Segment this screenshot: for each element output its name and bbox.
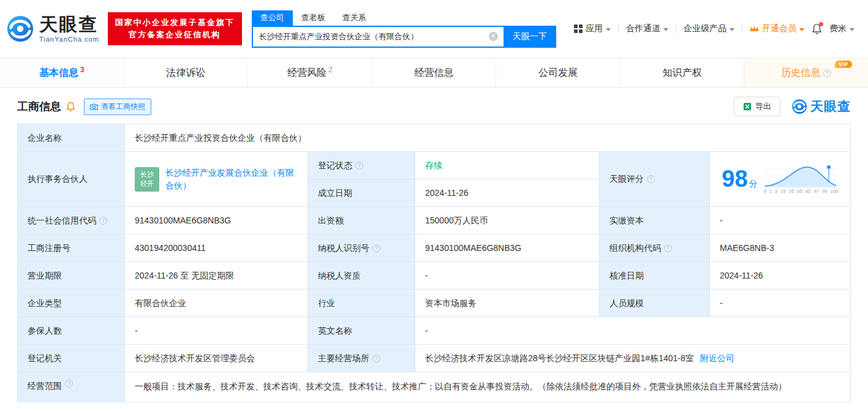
insured-count-value: -	[125, 317, 308, 345]
gov-badge-line2: 官方备案企业征信机构	[115, 29, 235, 41]
registration-number-label: 工商注册号	[18, 234, 125, 262]
grid-icon	[574, 24, 583, 33]
executive-partner-value: 长沙 经开 长沙经开产业发展合伙企业（有限合伙）	[125, 152, 308, 207]
user-account[interactable]: 费米	[829, 23, 855, 34]
menu-enterprise-label: 企业级产品	[684, 23, 726, 34]
tab-risk-label: 经营风险	[287, 67, 326, 80]
brand-domain: TianYanCha.com	[39, 36, 99, 43]
menu-vip-upgrade[interactable]: 开通会员	[750, 23, 804, 34]
english-name-label: 英文名称	[308, 317, 415, 345]
paid-capital-label: 实缴资本	[600, 207, 710, 234]
establish-date-value: 2024-11-26	[415, 179, 600, 207]
registration-status-label: 登记状态	[308, 152, 415, 179]
watermark-label: 天眼查	[810, 98, 851, 115]
company-type-label: 企业类型	[18, 290, 125, 317]
camera-icon	[90, 103, 98, 110]
notifications-bell[interactable]	[812, 23, 822, 34]
tab-business-info[interactable]: 经营信息	[372, 59, 497, 87]
search-tab-boss[interactable]: 查老板	[293, 10, 334, 26]
search-tab-company[interactable]: 查公司	[252, 10, 293, 26]
gov-certification-badge: 国家中小企业发展子基金旗下 官方备案企业征信机构	[108, 12, 242, 45]
menu-cooperation-label: 合作通道	[626, 23, 660, 34]
menu-apps[interactable]: 应用	[574, 23, 611, 34]
business-info-table: 企业名称 长沙经开重点产业投资合伙企业（有限合伙） 执行事务合伙人 长沙 经开 …	[17, 124, 851, 402]
menu-cooperation[interactable]: 合作通道	[626, 23, 668, 34]
business-term-label: 营业期限	[18, 262, 125, 290]
tab-basic-info-label: 基本信息	[39, 67, 78, 80]
tab-history-info[interactable]: 历史信息 VIP	[744, 59, 868, 87]
approval-date-value: 2024-11-26	[710, 262, 851, 290]
approval-date-label: 核准日期	[600, 262, 710, 290]
chevron-down-icon	[663, 28, 668, 31]
tab-legal-label: 法律诉讼	[166, 67, 205, 80]
company-name-label: 企业名称	[18, 124, 125, 152]
export-button[interactable]: 导出	[734, 97, 780, 116]
user-name: 费米	[829, 23, 847, 34]
table-row: 企业名称 长沙经开重点产业投资合伙企业（有限合伙）	[18, 124, 851, 152]
staff-size-value: -	[710, 290, 851, 317]
top-menu: 应用 合作通道 企业级产品 开通会员 费米	[574, 23, 855, 34]
industry-value: 资本市场服务	[415, 290, 600, 317]
help-icon[interactable]	[372, 354, 380, 362]
help-icon[interactable]	[355, 162, 363, 170]
section-header: 工商信息 查看工商快照 导出 天眼查	[0, 88, 868, 124]
menu-divider	[676, 24, 676, 33]
tab-business-risk[interactable]: 经营风险 2	[248, 59, 372, 87]
tab-intellectual-property[interactable]: 知识产权	[621, 59, 745, 87]
help-icon[interactable]	[823, 69, 831, 77]
partner-avatar: 长沙 经开	[135, 167, 159, 192]
search-button[interactable]: 天眼一下	[504, 26, 556, 48]
business-address-label: 主要经营场所	[308, 345, 415, 372]
taxpayer-quality-value: -	[415, 262, 600, 290]
insured-count-label: 参保人数	[18, 317, 125, 345]
menu-divider	[618, 24, 619, 33]
clear-search-icon[interactable]	[489, 32, 498, 41]
help-icon[interactable]	[664, 244, 672, 252]
table-row: 登记机关 长沙经济技术开发区管理委员会 主要经营场所 长沙经济技术开发区凉塘路2…	[18, 345, 851, 372]
nearby-companies-link[interactable]: 附近公司	[700, 352, 734, 365]
staff-size-label: 人员规模	[600, 290, 710, 317]
partner-company-link[interactable]: 长沙经开产业发展合伙企业（有限合伙）	[165, 167, 298, 192]
establish-date-label: 成立日期	[308, 179, 415, 207]
search-tab-relation[interactable]: 查关系	[334, 10, 375, 26]
subscribe-bell-icon[interactable]	[66, 102, 75, 111]
chevron-down-icon	[799, 28, 804, 31]
tab-risk-count: 2	[328, 66, 333, 74]
registration-number-value: 430194200030411	[125, 234, 308, 262]
help-icon[interactable]	[647, 175, 655, 183]
vip-badge: VIP	[835, 61, 852, 68]
taxpayer-id-label: 纳税人识别号	[308, 234, 415, 262]
table-row: 工商注册号 430194200030411 纳税人识别号 91430100MAE…	[18, 234, 851, 262]
tab-development-label: 公司发展	[538, 67, 578, 80]
business-snapshot-button[interactable]: 查看工商快照	[84, 99, 151, 115]
excel-icon	[743, 102, 752, 111]
tianyan-score-value[interactable]: 98 分 013153565859799100	[710, 152, 851, 207]
tianyancha-logo[interactable]: 天眼查 TianYanCha.com	[6, 14, 99, 43]
help-icon[interactable]	[99, 217, 107, 225]
org-code-label: 组织机构代码	[600, 234, 710, 262]
paid-capital-value: -	[710, 207, 851, 234]
menu-enterprise-products[interactable]: 企业级产品	[684, 23, 734, 34]
score-unit: 分	[749, 178, 758, 190]
tab-history-label: 历史信息	[781, 67, 820, 80]
tab-legal-proceedings[interactable]: 法律诉讼	[124, 59, 249, 87]
chevron-down-icon	[730, 28, 734, 31]
tab-basic-info[interactable]: 基本信息 3	[0, 59, 124, 87]
table-row: 执行事务合伙人 长沙 经开 长沙经开产业发展合伙企业（有限合伙） 登记状态 存续…	[18, 152, 851, 207]
table-row: 营业期限 2024-11-26 至 无固定期限 纳税人资质 - 核准日期 202…	[18, 262, 851, 290]
chevron-down-icon	[606, 28, 611, 31]
tab-company-development[interactable]: 公司发展	[496, 59, 621, 87]
help-icon[interactable]	[65, 380, 73, 388]
help-icon[interactable]	[372, 244, 380, 252]
menu-divider	[742, 24, 742, 33]
snapshot-button-label: 查看工商快照	[101, 102, 145, 112]
section-title: 工商信息	[17, 99, 61, 114]
registration-status-value: 存续	[415, 152, 600, 179]
credit-code-label: 统一社会信用代码	[18, 207, 125, 234]
search-area: 查公司 查老板 查关系 天眼一下	[252, 10, 556, 48]
score-number: 98	[722, 162, 747, 197]
search-input[interactable]	[253, 32, 489, 41]
business-scope-value: 一般项目：技术服务、技术开发、技术咨询、技术交流、技术转让、技术推广；以自有资金…	[125, 372, 851, 402]
table-row: 经营范围 一般项目：技术服务、技术开发、技术咨询、技术交流、技术转让、技术推广；…	[18, 372, 851, 402]
tianyancha-watermark: 天眼查	[791, 98, 851, 115]
